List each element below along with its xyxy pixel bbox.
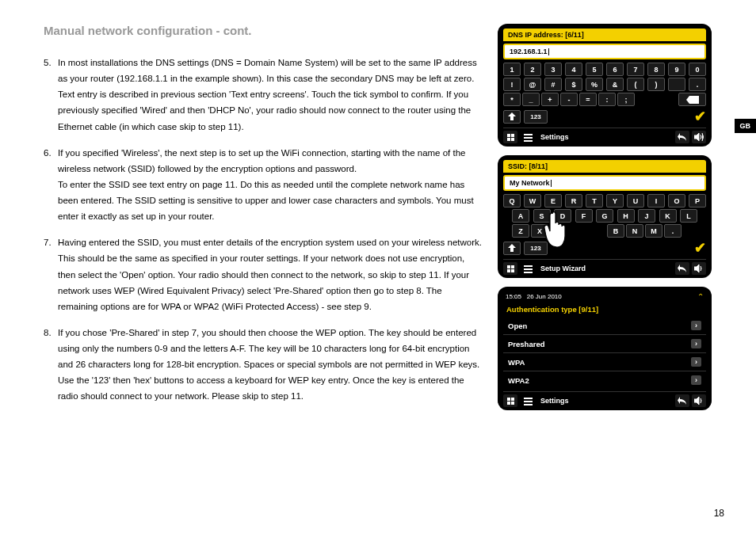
key-i[interactable]: I [647, 194, 665, 207]
volume-icon[interactable] [692, 394, 706, 407]
key-p[interactable]: P [689, 194, 706, 207]
key-sym[interactable]: * [503, 93, 521, 106]
footer-label: Setup Wizard [540, 265, 672, 272]
key-sym[interactable]: # [544, 78, 562, 91]
key-x[interactable]: X [531, 224, 548, 238]
backspace-key[interactable] [678, 93, 706, 106]
key-sym[interactable]: - [560, 93, 578, 106]
key-u[interactable]: U [627, 194, 644, 207]
svg-rect-2 [507, 138, 510, 141]
screen-header: Authentication type [9/11] [503, 303, 706, 317]
shift-key[interactable] [503, 110, 521, 124]
step-num: 7. [44, 234, 58, 314]
svg-rect-14 [507, 398, 510, 401]
key-sym[interactable]: ) [647, 78, 665, 91]
back-icon[interactable] [675, 394, 689, 407]
key-sym[interactable]: + [541, 93, 559, 106]
key-a[interactable]: A [512, 209, 529, 223]
status-date: 26 Jun 2010 [527, 293, 562, 300]
svg-rect-20 [524, 404, 533, 405]
svg-rect-6 [524, 140, 533, 142]
key-sym[interactable]: ( [627, 78, 644, 91]
key-sym[interactable]: & [606, 78, 624, 91]
confirm-icon[interactable]: ✔ [694, 108, 706, 125]
key-9[interactable]: 9 [668, 63, 685, 76]
svg-rect-9 [507, 269, 510, 272]
svg-rect-8 [511, 265, 514, 268]
page-number: 18 [714, 508, 724, 519]
key-7[interactable]: 7 [627, 63, 644, 76]
confirm-icon[interactable]: ✔ [694, 239, 706, 257]
svg-rect-10 [511, 269, 514, 272]
list-icon[interactable] [521, 394, 535, 407]
key-sym[interactable]: % [586, 78, 603, 91]
key-sym[interactable]: $ [565, 78, 582, 91]
key-e[interactable]: E [544, 194, 562, 207]
key-j[interactable]: J [638, 209, 655, 223]
key-period[interactable]: . [664, 224, 682, 238]
svg-rect-12 [524, 268, 533, 270]
key-sym[interactable] [668, 78, 685, 91]
key-0[interactable]: 0 [689, 63, 706, 76]
key-row: ! @ # $ % & ( ) . [503, 78, 706, 91]
screen-header: SSID: [8/11] [503, 160, 706, 173]
key-y[interactable]: Y [606, 194, 624, 207]
svg-rect-5 [524, 137, 533, 139]
key-sym[interactable]: : [598, 93, 616, 106]
shift-key[interactable] [503, 242, 521, 255]
key-sym[interactable]: ! [503, 78, 521, 91]
list-icon[interactable] [521, 131, 535, 143]
key-s[interactable]: S [533, 209, 551, 223]
menu-icon[interactable] [503, 394, 517, 407]
key-sym[interactable]: ; [617, 93, 635, 106]
key-d[interactable]: D [554, 209, 571, 223]
key-b[interactable]: B [607, 224, 624, 238]
key-1[interactable]: 1 [503, 63, 521, 76]
key-period[interactable]: . [689, 78, 706, 91]
key-z[interactable]: Z [512, 224, 529, 238]
volume-icon[interactable] [692, 131, 706, 143]
menu-item-open[interactable]: Open› [503, 317, 706, 335]
key-sym[interactable]: = [579, 93, 597, 106]
menu-item-preshared[interactable]: Preshared› [503, 335, 706, 353]
chevron-right-icon: › [691, 375, 701, 385]
mode-key[interactable]: 123 [524, 110, 548, 124]
menu-item-wpa[interactable]: WPA› [503, 353, 706, 371]
key-q[interactable]: Q [503, 194, 521, 207]
back-icon[interactable] [675, 262, 689, 275]
key-m[interactable]: M [645, 224, 662, 238]
menu-icon[interactable] [503, 131, 517, 143]
language-tab: GB [735, 119, 757, 133]
key-n[interactable]: N [626, 224, 643, 238]
key-t[interactable]: T [586, 194, 603, 207]
mode-key[interactable]: 123 [524, 242, 548, 255]
key-4[interactable]: 4 [565, 63, 582, 76]
key-sym[interactable]: _ [522, 93, 540, 106]
key-o[interactable]: O [668, 194, 685, 207]
volume-icon[interactable] [692, 262, 706, 275]
key-k[interactable]: K [659, 209, 677, 223]
key-r[interactable]: R [565, 194, 582, 207]
key-2[interactable]: 2 [524, 63, 541, 76]
key-sym[interactable]: @ [524, 78, 541, 91]
svg-rect-13 [524, 272, 533, 273]
menu-item-wpa2[interactable]: WPA2› [503, 371, 706, 389]
dns-input[interactable]: 192.168.1.1 [503, 44, 706, 59]
key-h[interactable]: H [617, 209, 635, 223]
menu-icon[interactable] [503, 262, 517, 275]
back-icon[interactable] [675, 131, 689, 143]
key-f[interactable]: F [575, 209, 593, 223]
chevron-right-icon: › [691, 339, 701, 348]
key-g[interactable]: G [596, 209, 613, 223]
key-5[interactable]: 5 [586, 63, 603, 76]
key-8[interactable]: 8 [647, 63, 665, 76]
svg-rect-0 [507, 134, 510, 137]
key-l[interactable]: L [680, 209, 697, 223]
list-icon[interactable] [521, 262, 535, 275]
ssid-input[interactable]: My Network [503, 175, 706, 191]
key-w[interactable]: W [524, 194, 541, 207]
ssid-entry-screen: SSID: [8/11] My Network Q W E R T Y U I … [498, 155, 712, 278]
key-3[interactable]: 3 [544, 63, 562, 76]
svg-rect-7 [507, 265, 510, 268]
key-6[interactable]: 6 [606, 63, 624, 76]
